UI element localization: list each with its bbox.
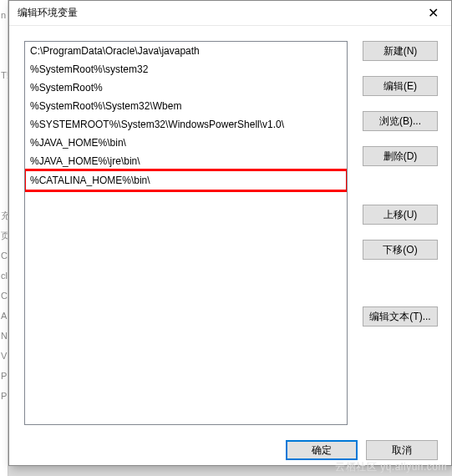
background-fragment-label: T! xyxy=(0,65,8,85)
background-fragment-label xyxy=(0,145,8,165)
dialog-title: 编辑环境变量 xyxy=(18,6,414,20)
background-fragment-label xyxy=(0,45,8,65)
background-fragment-label xyxy=(0,105,8,125)
background-fragment-label: 充 xyxy=(0,205,8,225)
background-fragment-label: C xyxy=(0,286,8,306)
ok-button[interactable]: 确定 xyxy=(286,440,358,460)
browse-button[interactable]: 浏览(B)... xyxy=(363,111,438,131)
edit-text-button[interactable]: 编辑文本(T)... xyxy=(363,306,438,327)
background-fragment-label: C xyxy=(0,246,8,266)
background-fragment-label: N xyxy=(0,326,8,346)
path-list-item[interactable]: %SystemRoot%\system32 xyxy=(25,60,347,78)
background-fragment-label: Pi xyxy=(0,386,8,406)
path-list-item[interactable]: C:\ProgramData\Oracle\Java\javapath xyxy=(25,42,347,60)
path-list-item[interactable]: %SYSTEMROOT%\System32\WindowsPowerShell\… xyxy=(25,115,347,134)
path-list-item[interactable]: %JAVA_HOME%\bin\ xyxy=(25,134,347,152)
cancel-button[interactable]: 取消 xyxy=(366,440,438,460)
new-button[interactable]: 新建(N) xyxy=(363,41,438,61)
titlebar: 编辑环境变量 ✕ xyxy=(9,1,451,26)
background-fragment-label xyxy=(0,185,8,205)
move-up-button[interactable]: 上移(U) xyxy=(363,205,438,225)
background-fragment-label: P xyxy=(0,366,8,386)
edit-env-var-dialog: 编辑环境变量 ✕ C:\ProgramData\Oracle\Java\java… xyxy=(8,0,452,466)
button-column: 新建(N) 编辑(E) 浏览(B)... 删除(D) 上移(U) 下移(O) 编… xyxy=(363,41,438,425)
path-list-item[interactable]: %JAVA_HOME%\jre\bin\ xyxy=(25,152,347,170)
background-fragment-label: 页 xyxy=(0,225,8,246)
close-button[interactable]: ✕ xyxy=(414,1,451,26)
dialog-content: C:\ProgramData\Oracle\Java\javapath%Syst… xyxy=(9,26,451,433)
background-fragment-label xyxy=(0,85,8,105)
dialog-footer: 确定 取消 xyxy=(9,433,451,472)
path-list-item[interactable]: %SystemRoot% xyxy=(25,78,347,97)
background-fragment-label: V xyxy=(0,346,8,366)
background-fragment-label: cl. xyxy=(0,266,8,286)
background-fragment-label xyxy=(0,125,8,145)
close-icon: ✕ xyxy=(428,5,439,21)
background-fragment-label xyxy=(0,25,8,45)
path-listbox[interactable]: C:\ProgramData\Oracle\Java\javapath%Syst… xyxy=(24,41,348,425)
background-window-fragment: nT!充页Ccl.CANVPPi xyxy=(0,0,8,476)
delete-button[interactable]: 删除(D) xyxy=(363,146,438,166)
edit-button[interactable]: 编辑(E) xyxy=(363,76,438,96)
path-list-item[interactable]: %CATALINA_HOME%\bin\ xyxy=(25,170,347,190)
background-fragment-label: A xyxy=(0,306,8,326)
path-list-item[interactable]: %SystemRoot%\System32\Wbem xyxy=(25,97,347,115)
background-fragment-label xyxy=(0,165,8,185)
move-down-button[interactable]: 下移(O) xyxy=(363,240,438,260)
background-fragment-label: n xyxy=(0,5,8,25)
